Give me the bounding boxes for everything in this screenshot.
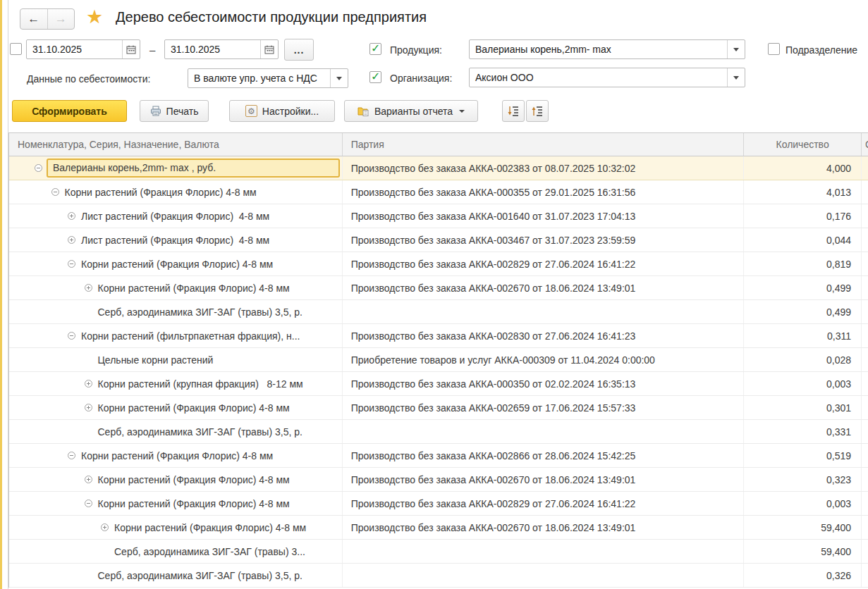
column-header-cost-clipped[interactable]: С [862, 133, 868, 156]
table-row[interactable]: Серб, аэродинамика ЗИГ-ЗАГ (травы) 3,5, … [9, 300, 868, 324]
period-from-field[interactable]: 31.10.2025 [26, 39, 140, 59]
column-header-quantity[interactable]: Количество [744, 133, 862, 156]
table-row[interactable]: Цельные корни растенийПриобретение товар… [9, 348, 868, 372]
batch-cell: Производство без заказа АККА-002383 от 0… [343, 156, 745, 180]
quantity-cell: 0,323 [744, 468, 862, 491]
expand-all-button[interactable] [502, 100, 525, 122]
quantity-cell: 0,499 [744, 276, 862, 299]
tree-collapse-icon[interactable] [85, 500, 92, 507]
print-button[interactable]: Печать [140, 100, 209, 122]
period-from-value[interactable]: 31.10.2025 [27, 44, 122, 55]
chevron-down-icon[interactable] [727, 68, 745, 87]
tree-collapse-icon[interactable] [51, 188, 59, 196]
table-row[interactable]: Корни растений (Фракция Флорис) 4-8 ммПр… [9, 252, 868, 276]
table-row[interactable]: Лист растений (Фракция Флорис) 4-8 ммПро… [9, 228, 868, 252]
table-body: Валерианы корень,2mm- max , руб.Производ… [9, 156, 868, 588]
table-row[interactable]: Корни растений (Фракция Флорис) 4-8 ммПр… [9, 444, 868, 468]
column-header-batch[interactable]: Партия [343, 133, 745, 156]
chevron-down-icon[interactable] [727, 40, 745, 58]
collapse-all-button[interactable] [526, 100, 549, 122]
batch-cell: Производство без заказа АККА-002670 от 1… [343, 276, 745, 299]
batch-cell: Производство без заказа АККА-002829 от 2… [343, 252, 745, 275]
batch-cell: Приобретение товаров и услуг АККА-000309… [343, 348, 745, 371]
calendar-icon[interactable] [260, 40, 278, 58]
tree-expand-icon[interactable] [101, 523, 109, 531]
window-accent-strip [0, 0, 2, 589]
forward-button[interactable]: → [48, 9, 75, 29]
nomenclature-text: Серб, аэродинамика ЗИГ-ЗАГ (травы) 3,5, … [97, 306, 304, 318]
table-row[interactable]: Серб, аэродинамика ЗИГ-ЗАГ (травы) 3,5, … [9, 564, 868, 588]
table-row[interactable]: Серб, аэродинамика ЗИГ-ЗАГ (травы) 3,5, … [9, 420, 868, 444]
generate-button[interactable]: Сформировать [12, 100, 127, 122]
tree-expand-icon[interactable] [68, 212, 75, 220]
table-row[interactable]: Корни растений (Фракция Флорис) 4-8 ммПр… [9, 468, 868, 492]
table-row[interactable]: Лист растений (Фракция Флорис) 4-8 ммПро… [9, 204, 868, 228]
table-row[interactable]: Валерианы корень,2mm- max , руб.Производ… [9, 156, 868, 180]
table-row[interactable]: Корни растений (крупная фракция) 8-12 мм… [9, 372, 868, 396]
gear-icon: ⚙ [245, 105, 257, 117]
nomenclature-cell: Корни растений (крупная фракция) 8-12 мм [9, 372, 343, 395]
nomenclature-cell: Корни растений (Фракция Флорис) 4-8 мм [9, 516, 343, 539]
quantity-cell: 4,000 [744, 156, 862, 180]
back-button[interactable]: ← [20, 9, 48, 29]
period-separator: – [149, 44, 155, 56]
table-row[interactable]: Корни растений (Фракция Флорис) 4-8 ммПр… [9, 516, 868, 540]
tree-expand-icon[interactable] [85, 380, 92, 388]
nomenclature-text: Корни растений (Фракция Флорис) 4-8 мм [80, 450, 274, 461]
calendar-icon[interactable] [122, 40, 140, 58]
nomenclature-cell: Корни растений (Фракция Флорис) 4-8 мм [9, 468, 343, 491]
period-more-button[interactable]: ... [284, 39, 314, 61]
table-row[interactable]: Корни растений (Фракция Флорис) 4-8 ммПр… [9, 180, 868, 204]
tree-expand-icon[interactable] [85, 284, 92, 292]
table-row[interactable]: Серб, аэродинамика ЗИГ-ЗАГ (травы) 3...5… [9, 540, 868, 564]
organization-value[interactable]: Аксион ООО [470, 72, 727, 83]
table-header-row: Номенклатура, Серия, Назначение, Валюта … [9, 132, 868, 156]
period-to-value[interactable]: 31.10.2025 [165, 44, 260, 55]
clipped-cell [862, 372, 868, 395]
settings-button[interactable]: ⚙ Настройки... [229, 100, 335, 122]
batch-cell: Производство без заказа АККА-002670 от 1… [343, 468, 745, 491]
organization-checkbox[interactable] [369, 71, 381, 83]
tree-expand-icon[interactable] [68, 236, 75, 244]
batch-cell: Производство без заказа АККА-003467 от 3… [343, 228, 745, 252]
table-row[interactable]: Корни растений (фильтрпакетная фракция),… [9, 324, 868, 348]
tree-collapse-icon[interactable] [68, 452, 75, 459]
period-to-field[interactable]: 31.10.2025 [164, 39, 279, 59]
nomenclature-text: Корни растений (Фракция Флорис) 4-8 мм [97, 474, 291, 485]
cost-data-combo[interactable]: В валюте упр. учета с НДС [188, 68, 348, 88]
chevron-down-icon[interactable] [330, 69, 348, 87]
table-row[interactable]: Корни растений (Фракция Флорис) 4-8 ммПр… [9, 396, 868, 420]
nomenclature-cell: Лист растений (Фракция Флорис) 4-8 мм [9, 204, 343, 228]
tree-expand-icon[interactable] [85, 404, 92, 411]
column-header-nomenclature[interactable]: Номенклатура, Серия, Назначение, Валюта [9, 133, 343, 156]
table-row[interactable]: Корни растений (Фракция Флорис) 4-8 ммПр… [9, 492, 868, 516]
cost-data-value[interactable]: В валюте упр. учета с НДС [188, 73, 330, 84]
tree-collapse-icon[interactable] [68, 260, 75, 268]
report-variants-button[interactable]: Варианты отчета [344, 100, 478, 122]
product-value[interactable]: Валерианы корень,2mm- max [470, 44, 727, 55]
period-checkbox[interactable] [10, 43, 22, 55]
quantity-cell: 0,519 [744, 444, 862, 467]
product-combo[interactable]: Валерианы корень,2mm- max [469, 39, 745, 59]
tree-expand-icon[interactable] [85, 476, 92, 483]
tree-collapse-icon[interactable] [35, 164, 42, 172]
tree-collapse-icon[interactable] [68, 332, 75, 340]
nomenclature-text: Лист растений (Фракция Флорис) 4-8 мм [80, 211, 271, 222]
quantity-cell: 0,301 [744, 396, 862, 419]
nomenclature-cell: Корни растений (Фракция Флорис) 4-8 мм [9, 444, 343, 467]
clipped-cell [862, 324, 868, 347]
organization-combo[interactable]: Аксион ООО [469, 68, 745, 87]
nomenclature-text: Корни растений (Фракция Флорис) 4-8 мм [97, 402, 291, 414]
favorite-star-icon[interactable]: ★ [86, 6, 103, 28]
table-row[interactable]: Корни растений (Фракция Флорис) 4-8 ммПр… [9, 276, 868, 300]
batch-cell [343, 540, 745, 563]
batch-cell: Производство без заказа АККА-002670 от 1… [343, 516, 745, 539]
batch-cell: Производство без заказа АККА-001640 от 3… [343, 204, 745, 228]
nomenclature-text: Корни растений (крупная фракция) 8-12 мм [97, 378, 305, 390]
department-checkbox[interactable] [768, 43, 780, 55]
batch-cell: Производство без заказа АККА-002866 от 2… [343, 444, 745, 467]
cost-tree-table: Номенклатура, Серия, Назначение, Валюта … [8, 132, 868, 588]
product-checkbox[interactable] [369, 43, 381, 55]
clipped-cell [862, 564, 868, 587]
quantity-cell: 0,819 [744, 252, 862, 275]
